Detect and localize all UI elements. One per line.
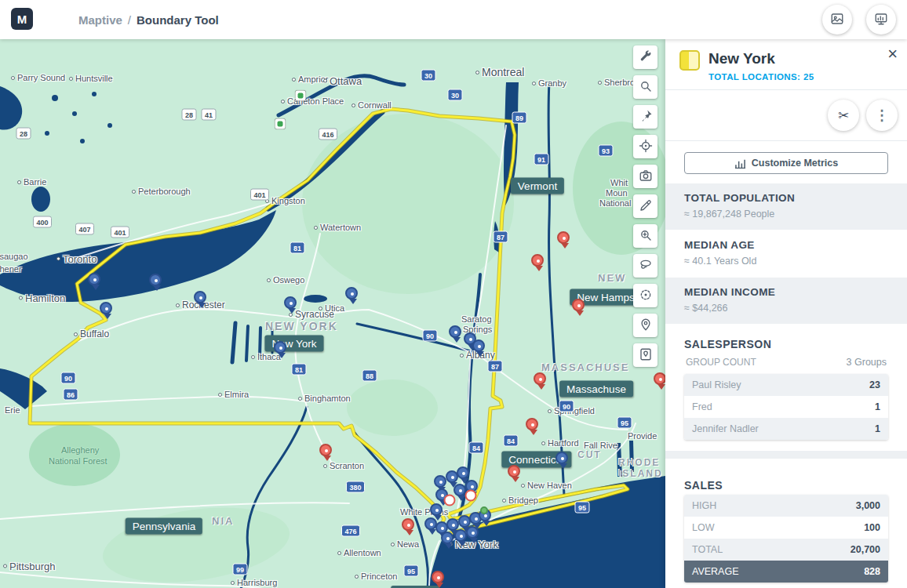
lasso-tool-button[interactable] bbox=[633, 254, 657, 278]
map-pin[interactable] bbox=[432, 571, 444, 583]
city-dot-icon bbox=[19, 296, 23, 300]
map-pin[interactable] bbox=[345, 287, 358, 299]
metric-section: MEDIAN AGE≈ 40.1 Years Old bbox=[665, 230, 907, 277]
map-pin[interactable] bbox=[441, 532, 454, 544]
map-city-label: Oswego bbox=[267, 275, 304, 285]
map-pin[interactable] bbox=[284, 296, 297, 309]
city-dot-icon bbox=[74, 332, 78, 336]
highway-shield: 93 bbox=[598, 145, 613, 157]
map-pin[interactable] bbox=[466, 526, 479, 539]
city-dot-icon bbox=[355, 575, 359, 579]
marker-tool-button[interactable] bbox=[633, 314, 657, 337]
highway-shield: 95 bbox=[574, 502, 589, 514]
row-value: 23 bbox=[869, 379, 880, 390]
radius-tool-button[interactable] bbox=[633, 284, 657, 307]
map-pin[interactable] bbox=[434, 475, 446, 488]
map-city-label: Peterborough bbox=[132, 187, 191, 196]
map-cluster-marker[interactable] bbox=[465, 490, 477, 502]
total-locations-label: TOTAL LOCATIONS: bbox=[708, 72, 800, 82]
map-pin[interactable] bbox=[88, 273, 100, 285]
maptive-logo[interactable]: M bbox=[11, 8, 33, 30]
draw-tool-button[interactable] bbox=[633, 194, 657, 218]
highway-shield: 380 bbox=[346, 481, 365, 493]
map-city-label: Erie bbox=[5, 405, 20, 415]
bar-chart-icon bbox=[734, 158, 746, 169]
city-dot-icon bbox=[598, 81, 602, 85]
map-image-button[interactable] bbox=[822, 5, 852, 34]
search-tool-button[interactable] bbox=[633, 75, 657, 99]
map-pin[interactable] bbox=[454, 529, 467, 542]
map-pin[interactable] bbox=[508, 465, 520, 477]
map-dot-marker[interactable] bbox=[480, 506, 488, 514]
close-icon[interactable]: × bbox=[887, 45, 898, 63]
highway-shield: 81 bbox=[290, 242, 304, 254]
more-options-button[interactable]: ⋮ bbox=[866, 100, 898, 131]
row-name: AVERAGE bbox=[692, 566, 739, 577]
map-pin[interactable] bbox=[446, 518, 459, 531]
customize-metrics-button[interactable]: Customize Metrics bbox=[684, 152, 888, 174]
map-city-label: Montreal bbox=[475, 66, 524, 78]
map-city-label: Cornwall bbox=[352, 100, 392, 110]
map-city-label: Huntsville bbox=[69, 74, 113, 83]
metric-section: TOTAL POPULATION≈ 19,867,248 People bbox=[665, 183, 907, 230]
map-pin[interactable] bbox=[449, 325, 461, 338]
camera-tool-button[interactable] bbox=[633, 165, 657, 188]
map-pin[interactable] bbox=[557, 231, 570, 244]
map-pin[interactable] bbox=[457, 466, 469, 479]
chart-board-button[interactable] bbox=[866, 5, 896, 34]
city-dot-icon bbox=[132, 190, 136, 194]
map-city-label: Princeton bbox=[355, 572, 397, 581]
map-pin[interactable] bbox=[402, 518, 414, 531]
map-toolbar bbox=[633, 45, 657, 367]
top-bar: M Maptive / Boundary Tool bbox=[0, 0, 907, 39]
map-region-label: CUT bbox=[577, 449, 602, 460]
locate-tool-button[interactable] bbox=[633, 135, 657, 158]
row-value: 100 bbox=[864, 522, 880, 533]
pin-tool-tool-button[interactable] bbox=[633, 105, 657, 129]
map-pin[interactable] bbox=[194, 291, 206, 303]
city-dot-icon bbox=[17, 180, 21, 184]
map-pin[interactable] bbox=[430, 503, 443, 516]
map-city-label: Fall Rive bbox=[584, 441, 617, 450]
map[interactable]: NEW YORKMASSACHUSENEWRHODEISLANDNIACUTAl… bbox=[0, 39, 665, 588]
map-pin[interactable] bbox=[319, 444, 332, 456]
map-city-label: Hamilton bbox=[19, 292, 65, 304]
salesperson-table: Paul Risley23Fred1Jennifer Nadler1 bbox=[684, 374, 888, 440]
city-dot-icon bbox=[541, 441, 545, 445]
map-city-label: Granby bbox=[532, 78, 566, 88]
map-pin[interactable] bbox=[100, 302, 112, 314]
report-tool-button[interactable] bbox=[633, 343, 657, 367]
map-pin[interactable] bbox=[572, 299, 585, 311]
row-name: HIGH bbox=[692, 500, 716, 511]
highway-shield: 90 bbox=[559, 401, 574, 412]
city-dot-icon bbox=[292, 78, 296, 82]
breadcrumb-root[interactable]: Maptive bbox=[78, 13, 122, 27]
park-glyph bbox=[298, 93, 304, 99]
cut-boundary-button[interactable]: ✂ bbox=[828, 100, 859, 131]
map-pin[interactable] bbox=[534, 372, 546, 385]
map-region-label: NEW bbox=[598, 272, 626, 284]
city-dot-icon bbox=[475, 71, 479, 74]
map-pin[interactable] bbox=[526, 418, 538, 430]
locate-icon bbox=[639, 139, 653, 155]
city-dot-icon bbox=[548, 409, 552, 413]
map-pin[interactable] bbox=[149, 274, 162, 286]
highway-shield: 41 bbox=[201, 109, 216, 121]
highway-shield: 30 bbox=[447, 89, 462, 101]
highway-shield: 400 bbox=[33, 216, 52, 228]
row-value: 1 bbox=[875, 423, 880, 434]
salesperson-title: SALESPERSON bbox=[665, 333, 907, 350]
tools-tool-button[interactable] bbox=[633, 45, 657, 69]
map-pin[interactable] bbox=[472, 339, 485, 352]
city-dot-icon bbox=[218, 393, 222, 397]
map-pin[interactable] bbox=[555, 452, 568, 464]
map-region-label: RHODE bbox=[618, 457, 660, 468]
map-pin[interactable] bbox=[531, 254, 544, 267]
zoom-box-tool-button[interactable] bbox=[633, 224, 657, 248]
sales-title: SALES bbox=[665, 474, 907, 492]
map-pin[interactable] bbox=[274, 341, 286, 354]
map-pin[interactable] bbox=[654, 372, 665, 385]
map-city-label: Pittsburgh bbox=[3, 561, 56, 572]
map-cluster-marker[interactable] bbox=[444, 495, 456, 506]
map-city-label: Parry Sound bbox=[11, 73, 65, 82]
